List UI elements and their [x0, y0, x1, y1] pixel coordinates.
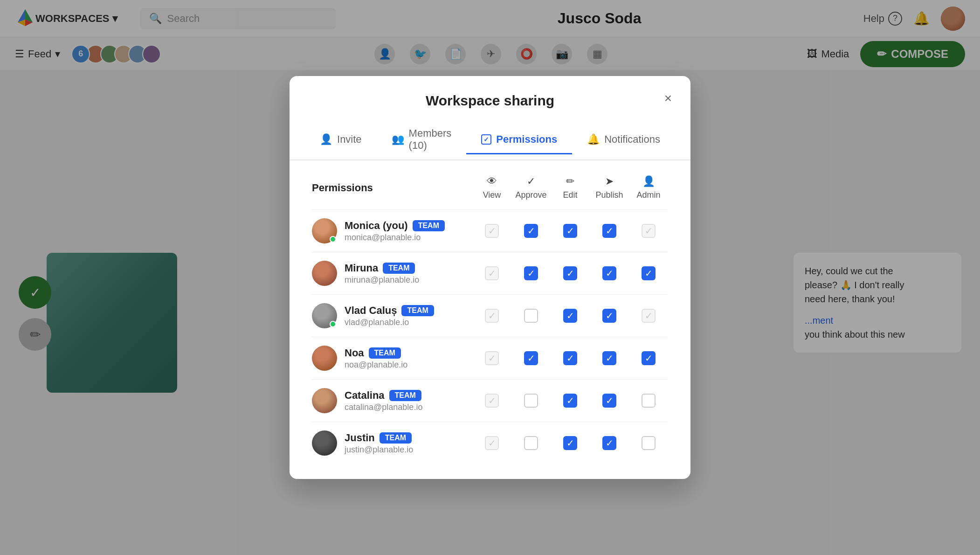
check-cell: ✓: [511, 224, 551, 238]
modal-body: Permissions 👁 View ✓ Approve ✏ Edit: [290, 160, 690, 479]
col-edit: ✏ Edit: [551, 175, 590, 200]
user-email: noa@planable.io: [345, 360, 472, 370]
user-avatar-wrap: [312, 261, 337, 286]
col-admin: 👤 Admin: [629, 175, 668, 200]
user-info: Vlad Caluș TEAM vlad@planable.io: [345, 305, 472, 327]
modal-header: Workspace sharing ×: [290, 76, 690, 109]
tab-invite-label: Invite: [337, 133, 362, 146]
check-cell: ✓: [590, 309, 629, 323]
check-cell: ✓: [629, 266, 668, 280]
team-badge: TEAM: [369, 347, 401, 359]
view-icon: 👁: [487, 175, 497, 187]
checkbox[interactable]: ✓: [602, 224, 616, 238]
user-rows-container: Monica (you) TEAM monica@planable.io ✓ ✓…: [312, 209, 668, 464]
checkbox[interactable]: [642, 436, 656, 450]
user-info: Noa TEAM noa@planable.io: [345, 347, 472, 370]
team-badge: TEAM: [383, 263, 415, 274]
checkbox[interactable]: ✓: [563, 266, 577, 280]
check-cell: ✓: [551, 436, 590, 450]
avatar: [312, 430, 337, 456]
team-badge: TEAM: [401, 305, 434, 316]
tab-permissions[interactable]: ✓ Permissions: [466, 126, 572, 154]
checkbox: ✓: [485, 266, 499, 280]
user-email: miruna@planable.io: [345, 275, 472, 285]
checkbox[interactable]: ✓: [563, 394, 577, 408]
notifications-icon: 🔔: [587, 133, 600, 146]
user-name-row: Noa TEAM: [345, 347, 472, 359]
check-cell: ✓: [472, 351, 511, 365]
invite-icon: 👤: [320, 133, 332, 146]
checkbox[interactable]: ✓: [563, 351, 577, 365]
check-cell: [511, 309, 551, 323]
user-name: Catalina: [345, 389, 385, 402]
check-cell: ✓: [629, 224, 668, 238]
checkbox[interactable]: [642, 394, 656, 408]
checkbox[interactable]: ✓: [602, 436, 616, 450]
table-row: Justin TEAM justin@planable.io ✓ ✓ ✓: [312, 422, 668, 464]
close-button[interactable]: ×: [664, 91, 672, 106]
checkbox[interactable]: ✓: [524, 266, 538, 280]
check-cell: [629, 394, 668, 408]
user-checks: ✓ ✓ ✓ ✓ ✓: [472, 351, 668, 365]
checkbox: ✓: [485, 224, 499, 238]
checkbox[interactable]: ✓: [563, 224, 577, 238]
user-name-row: Catalina TEAM: [345, 389, 472, 402]
user-email: justin@planable.io: [345, 445, 472, 455]
check-cell: ✓: [472, 309, 511, 323]
modal-tabs: 👤 Invite 👥 Members (10) ✓ Permissions 🔔 …: [290, 120, 690, 160]
user-name: Monica (you): [345, 220, 408, 232]
tab-notifications-label: Notifications: [604, 133, 660, 146]
check-cell: ✓: [590, 224, 629, 238]
table-row: Vlad Caluș TEAM vlad@planable.io ✓ ✓ ✓ ✓: [312, 294, 668, 337]
user-name: Vlad Caluș: [345, 305, 397, 317]
tab-members-label: Members (10): [409, 127, 452, 152]
checkbox[interactable]: [524, 394, 538, 408]
check-cell: [629, 436, 668, 450]
checkbox: ✓: [485, 351, 499, 365]
tab-invite[interactable]: 👤 Invite: [305, 126, 377, 154]
checkbox[interactable]: [524, 309, 538, 323]
col-edit-label: Edit: [563, 190, 577, 200]
check-cell: ✓: [590, 436, 629, 450]
checkbox[interactable]: ✓: [563, 436, 577, 450]
checkbox[interactable]: [524, 436, 538, 450]
checkbox[interactable]: ✓: [602, 351, 616, 365]
checkbox[interactable]: ✓: [642, 351, 656, 365]
checkbox[interactable]: ✓: [524, 351, 538, 365]
checkbox: ✓: [485, 309, 499, 323]
checkbox[interactable]: ✓: [563, 309, 577, 323]
user-name-row: Justin TEAM: [345, 432, 472, 444]
tab-notifications[interactable]: 🔔 Notifications: [572, 126, 675, 154]
user-email: vlad@planable.io: [345, 318, 472, 327]
check-cell: ✓: [629, 309, 668, 323]
check-cell: ✓: [590, 351, 629, 365]
checkbox[interactable]: ✓: [602, 394, 616, 408]
checkbox[interactable]: ✓: [524, 224, 538, 238]
table-row: Noa TEAM noa@planable.io ✓ ✓ ✓ ✓ ✓: [312, 337, 668, 379]
online-indicator: [330, 321, 336, 327]
col-approve-label: Approve: [515, 190, 546, 200]
checkbox[interactable]: ✓: [602, 266, 616, 280]
user-checks: ✓ ✓ ✓ ✓: [472, 309, 668, 323]
col-publish-label: Publish: [595, 190, 623, 200]
user-name: Noa: [345, 347, 364, 359]
checkbox[interactable]: ✓: [602, 309, 616, 323]
user-name: Justin: [345, 432, 375, 444]
avatar: [312, 388, 337, 413]
workspace-sharing-modal: Workspace sharing × 👤 Invite 👥 Members (…: [290, 76, 690, 479]
col-view-label: View: [483, 190, 501, 200]
checkbox[interactable]: ✓: [642, 266, 656, 280]
user-name-row: Monica (you) TEAM: [345, 220, 472, 232]
check-cell: ✓: [551, 309, 590, 323]
check-cell: ✓: [551, 224, 590, 238]
check-cell: ✓: [472, 224, 511, 238]
check-cell: ✓: [590, 394, 629, 408]
check-cell: ✓: [511, 351, 551, 365]
permissions-section-label: Permissions: [312, 182, 472, 194]
user-info: Miruna TEAM miruna@planable.io: [345, 262, 472, 285]
tab-members[interactable]: 👥 Members (10): [377, 120, 467, 160]
check-cell: ✓: [551, 266, 590, 280]
check-cell: ✓: [590, 266, 629, 280]
col-publish: ➤ Publish: [590, 175, 629, 200]
col-approve: ✓ Approve: [511, 175, 551, 200]
